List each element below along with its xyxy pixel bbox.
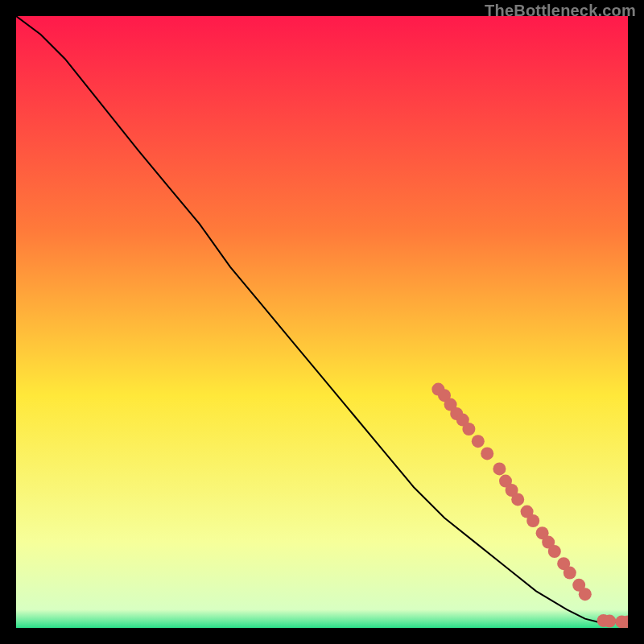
data-marker (462, 423, 475, 436)
watermark-text: TheBottleneck.com (485, 2, 636, 20)
data-marker (603, 615, 616, 628)
data-marker (511, 493, 524, 506)
chart-frame: { "watermark": "TheBottleneck.com", "col… (0, 0, 644, 644)
data-marker (548, 545, 561, 558)
data-marker (579, 588, 592, 601)
data-marker (526, 514, 539, 527)
data-marker (481, 447, 493, 460)
bottleneck-chart (16, 16, 628, 628)
data-marker (564, 567, 576, 580)
gradient-background (16, 16, 628, 628)
data-marker (472, 435, 485, 448)
data-marker (493, 462, 506, 475)
